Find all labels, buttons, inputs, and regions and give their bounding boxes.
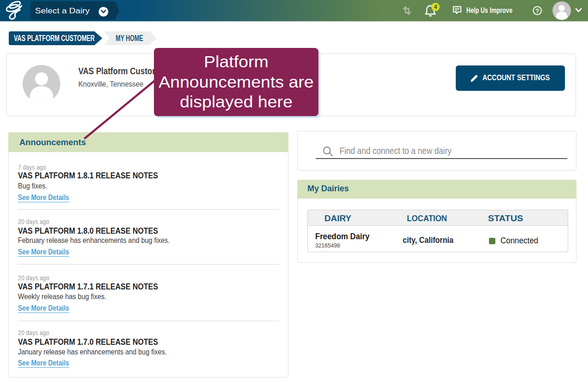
svg-text:?: ? (535, 8, 539, 14)
